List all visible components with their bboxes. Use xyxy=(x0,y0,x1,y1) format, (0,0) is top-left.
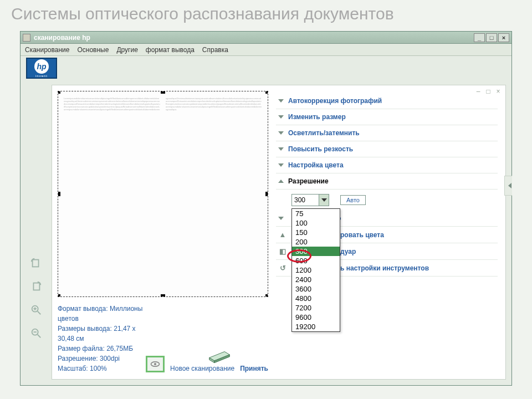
crop-handle[interactable] xyxy=(265,192,268,196)
section-lighten[interactable]: Осветлить/затемнить xyxy=(276,125,498,141)
preview-eye-button[interactable] xyxy=(146,356,165,372)
resolution-label: Разрешение: xyxy=(58,355,98,362)
info-row: Формат вывода: Миллионы цветов Размеры в… xyxy=(58,297,268,374)
svg-rect-1 xyxy=(33,283,39,290)
section-label: ровать цвета xyxy=(340,231,384,239)
chevron-up-icon xyxy=(278,180,284,183)
chevron-down-icon xyxy=(278,217,284,220)
window-title: сканирование hp xyxy=(34,34,474,42)
resolution-input[interactable] xyxy=(292,195,319,206)
menu-help[interactable]: Справка xyxy=(202,46,228,54)
section-label: Автокоррекция фотографий xyxy=(288,97,382,105)
new-scan-link[interactable]: Новое сканирование xyxy=(170,365,234,372)
resolution-value: 300dpi xyxy=(100,355,120,362)
settings-column: Автокоррекция фотографий Изменить размер… xyxy=(274,91,500,374)
main-panel: – □ × Loremipsumdolorsitametconsectetura… xyxy=(52,85,506,380)
window-icon xyxy=(23,34,30,42)
resolution-option[interactable]: 100 xyxy=(292,218,340,228)
section-label: Осветлить/затемнить xyxy=(288,129,360,137)
crop-handle[interactable] xyxy=(265,91,268,94)
menubar: Сканирование Основные Другие формат выво… xyxy=(21,44,511,56)
resolution-option[interactable]: 1200 xyxy=(292,265,340,275)
section-color[interactable]: Настройка цвета xyxy=(276,157,498,173)
filesize-label: Размер файла: xyxy=(58,345,105,352)
rotate-left-icon[interactable] xyxy=(28,255,44,271)
crop-handle[interactable] xyxy=(265,294,268,297)
section-sharpen[interactable]: Повысить резкость xyxy=(276,141,498,157)
menu-basic[interactable]: Основные xyxy=(77,46,109,54)
chevron-down-icon xyxy=(278,131,284,135)
resolution-option[interactable]: 75 xyxy=(292,209,340,218)
output-info: Формат вывода: Миллионы цветов Размеры в… xyxy=(58,304,146,374)
accept-link[interactable]: Принять xyxy=(240,365,268,372)
chevron-down-icon xyxy=(321,198,327,202)
section-resolution[interactable]: Разрешение xyxy=(276,173,498,190)
resolution-dropdown-button[interactable] xyxy=(319,195,329,206)
scan-preview[interactable]: Loremipsumdolorsitametconsecteturadipisc… xyxy=(58,91,268,297)
section-label: ь настройки инструментов xyxy=(340,264,429,272)
hp-logo-mark: hp xyxy=(34,59,49,74)
minimize-button[interactable]: _ xyxy=(474,33,485,42)
crop-handle[interactable] xyxy=(161,294,165,297)
scale-label: Масштаб: xyxy=(58,365,88,372)
zoom-in-icon[interactable] xyxy=(28,302,44,318)
menu-scan[interactable]: Сканирование xyxy=(25,46,69,54)
resolution-option[interactable]: 200 xyxy=(292,237,340,247)
chevron-down-icon xyxy=(278,115,284,119)
client-area: – □ × Loremipsumdolorsitametconsectetura… xyxy=(21,80,511,385)
bw-icon: ◧ xyxy=(278,247,287,255)
mirror-icon: ▲ xyxy=(278,231,287,239)
section-label: Настройка цвета xyxy=(288,161,344,169)
reset-icon: ↺ xyxy=(278,264,287,272)
section-label: Изменить размер xyxy=(288,113,346,121)
resolution-option[interactable]: 300 xyxy=(292,247,340,256)
resolution-option[interactable]: 3600 xyxy=(292,284,340,294)
resolution-option[interactable]: 9600 xyxy=(292,313,340,322)
titlebar: сканирование hp _ □ × xyxy=(21,32,511,44)
dims-label: Размеры вывода: xyxy=(58,325,112,332)
crop-handle[interactable] xyxy=(58,91,60,94)
crop-handle[interactable] xyxy=(58,192,60,196)
scanner-icon xyxy=(207,345,232,365)
zoom-out-icon[interactable] xyxy=(28,325,44,341)
rotate-right-icon[interactable] xyxy=(28,279,44,294)
section-autocorrect[interactable]: Автокоррекция фотографий xyxy=(276,93,498,109)
svg-rect-0 xyxy=(33,260,39,267)
preview-placeholder-text: Loremipsumdolorsitametconsecteturadipisc… xyxy=(64,97,262,291)
chevron-down-icon xyxy=(278,163,284,167)
resolution-option[interactable]: 4800 xyxy=(292,294,340,303)
resolution-body: Авто 75100150200300600120024003600480072… xyxy=(276,190,498,211)
chevron-down-icon xyxy=(278,147,284,151)
svg-point-10 xyxy=(154,363,156,365)
resolution-option[interactable]: 19200 xyxy=(292,322,340,331)
crop-handle[interactable] xyxy=(58,294,60,297)
scale-value: 100% xyxy=(90,365,107,372)
format-label: Формат вывода: xyxy=(58,305,108,313)
svg-line-7 xyxy=(38,335,41,338)
resolution-option[interactable]: 7200 xyxy=(292,303,340,313)
hp-logo: hp invent xyxy=(26,58,57,79)
crop-handle[interactable] xyxy=(161,91,165,94)
section-resize[interactable]: Изменить размер xyxy=(276,109,498,125)
resolution-option[interactable]: 2400 xyxy=(292,275,340,284)
section-label: дуар xyxy=(340,248,356,255)
left-toolstrip xyxy=(26,85,46,380)
chevron-left-icon xyxy=(505,183,511,188)
maximize-button[interactable]: □ xyxy=(486,33,497,42)
auto-button[interactable]: Авто xyxy=(340,195,366,205)
resolution-option[interactable]: 150 xyxy=(292,228,340,237)
side-collapse-handle[interactable] xyxy=(504,176,512,196)
menu-other[interactable]: Другие xyxy=(116,46,137,54)
section-label: Повысить резкость xyxy=(288,145,353,153)
resolution-combo[interactable] xyxy=(291,194,329,206)
app-window: сканирование hp _ □ × Сканирование Основ… xyxy=(20,31,512,386)
preview-actions: Новое сканирование Принять xyxy=(146,345,268,374)
resolution-option[interactable]: 600 xyxy=(292,256,340,265)
close-button[interactable]: × xyxy=(498,33,509,42)
filesize-value: 26,75МБ xyxy=(106,345,133,352)
resolution-dropdown-list[interactable]: 7510015020030060012002400360048007200960… xyxy=(291,208,340,332)
left-column: Loremipsumdolorsitametconsecteturadipisc… xyxy=(58,91,268,374)
brandbar: hp invent xyxy=(21,56,511,80)
menu-output[interactable]: формат вывода xyxy=(146,46,195,54)
chevron-down-icon xyxy=(278,99,284,103)
